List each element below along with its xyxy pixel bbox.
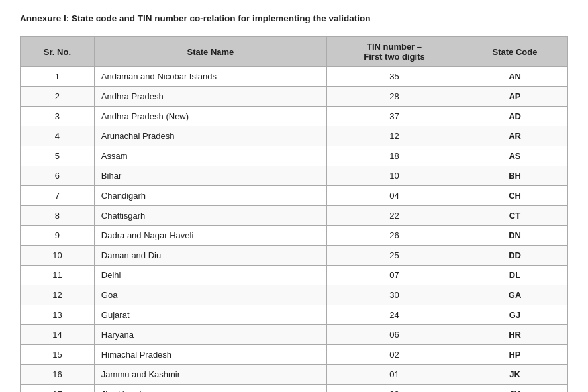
cell-sr: 10 [21,246,95,266]
cell-tin: 20 [326,385,462,393]
cell-state-name: Andaman and Nicobar Islands [94,67,326,87]
cell-state-code: AP [462,87,568,107]
cell-tin: 02 [326,345,462,365]
cell-sr: 17 [21,385,95,393]
state-tin-table: Sr. No. State Name TIN number –First two… [20,36,568,392]
table-row: 6Bihar10BH [21,166,568,186]
cell-tin: 07 [326,266,462,285]
cell-sr: 15 [21,345,95,365]
cell-tin: 22 [326,206,462,226]
cell-sr: 16 [21,365,95,385]
cell-state-name: Jharkhand [94,385,326,393]
cell-tin: 06 [326,325,462,345]
cell-state-name: Assam [94,146,326,166]
cell-tin: 24 [326,305,462,325]
cell-state-code: DD [462,246,568,266]
table-row: 2Andhra Pradesh28AP [21,87,568,107]
cell-sr: 8 [21,206,95,226]
cell-state-name: Bihar [94,166,326,186]
header-sr-no: Sr. No. [21,37,95,67]
cell-tin: 37 [326,107,462,126]
cell-tin: 04 [326,186,462,206]
table-row: 12Goa30GA [21,285,568,305]
table-row: 1Andaman and Nicobar Islands35AN [21,67,568,87]
table-row: 8Chattisgarh22CT [21,206,568,226]
cell-sr: 7 [21,186,95,206]
cell-tin: 01 [326,365,462,385]
cell-tin: 25 [326,246,462,266]
cell-tin: 30 [326,285,462,305]
cell-sr: 2 [21,87,95,107]
cell-state-code: JK [462,365,568,385]
cell-tin: 10 [326,166,462,186]
table-row: 11Delhi07DL [21,266,568,285]
cell-state-code: GA [462,285,568,305]
table-row: 4Arunachal Pradesh12AR [21,126,568,146]
cell-state-code: HR [462,325,568,345]
cell-state-name: Andhra Pradesh (New) [94,107,326,126]
cell-state-name: Chattisgarh [94,206,326,226]
header-tin-number: TIN number –First two digits [326,37,462,67]
cell-sr: 13 [21,305,95,325]
cell-state-code: AS [462,146,568,166]
table-row: 17Jharkhand20JH [21,385,568,393]
cell-tin: 35 [326,67,462,87]
cell-state-code: DL [462,266,568,285]
cell-sr: 9 [21,226,95,246]
cell-state-name: Chandigarh [94,186,326,206]
cell-state-code: HP [462,345,568,365]
cell-state-name: Daman and Diu [94,246,326,266]
cell-state-name: Jammu and Kashmir [94,365,326,385]
cell-state-code: GJ [462,305,568,325]
cell-sr: 6 [21,166,95,186]
cell-state-name: Dadra and Nagar Haveli [94,226,326,246]
cell-sr: 5 [21,146,95,166]
table-row: 13Gujarat24GJ [21,305,568,325]
cell-sr: 3 [21,107,95,126]
header-state-code: State Code [462,37,568,67]
cell-tin: 26 [326,226,462,246]
cell-state-name: Arunachal Pradesh [94,126,326,146]
cell-tin: 12 [326,126,462,146]
cell-state-name: Gujarat [94,305,326,325]
cell-sr: 12 [21,285,95,305]
cell-sr: 14 [21,325,95,345]
cell-state-name: Goa [94,285,326,305]
cell-state-code: DN [462,226,568,246]
cell-tin: 28 [326,87,462,107]
table-row: 14Haryana06HR [21,325,568,345]
table-row: 5Assam18AS [21,146,568,166]
cell-state-code: AN [462,67,568,87]
header-state-name: State Name [94,37,326,67]
cell-state-name: Andhra Pradesh [94,87,326,107]
table-row: 7Chandigarh04CH [21,186,568,206]
cell-state-code: JH [462,385,568,393]
table-row: 16Jammu and Kashmir01JK [21,365,568,385]
table-row: 3Andhra Pradesh (New)37AD [21,107,568,126]
cell-tin: 18 [326,146,462,166]
cell-state-code: CH [462,186,568,206]
cell-state-code: BH [462,166,568,186]
table-row: 10Daman and Diu25DD [21,246,568,266]
cell-state-name: Haryana [94,325,326,345]
table-header-row: Sr. No. State Name TIN number –First two… [21,37,568,67]
cell-state-code: AR [462,126,568,146]
cell-state-code: CT [462,206,568,226]
cell-sr: 11 [21,266,95,285]
table-row: 9Dadra and Nagar Haveli26DN [21,226,568,246]
page-title: Annexure I: State code and TIN number co… [20,13,568,23]
table-row: 15Himachal Pradesh02HP [21,345,568,365]
cell-sr: 1 [21,67,95,87]
cell-state-name: Delhi [94,266,326,285]
cell-state-name: Himachal Pradesh [94,345,326,365]
cell-sr: 4 [21,126,95,146]
cell-state-code: AD [462,107,568,126]
